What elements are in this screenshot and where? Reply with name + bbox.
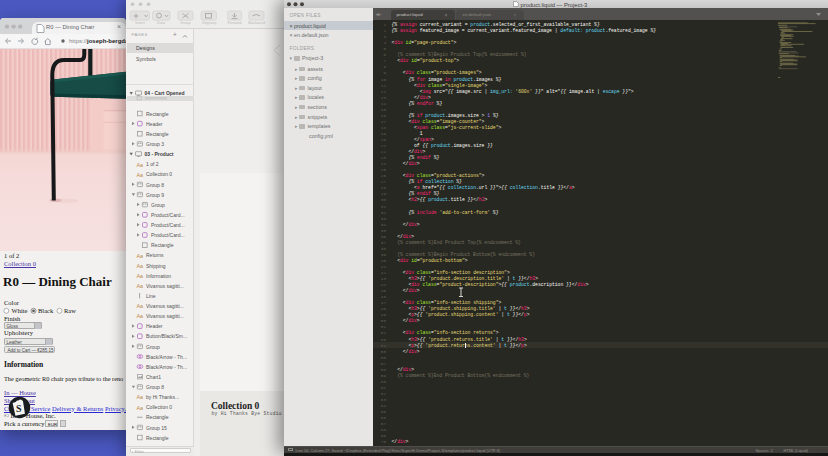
svg-text:S: S <box>16 403 22 414</box>
